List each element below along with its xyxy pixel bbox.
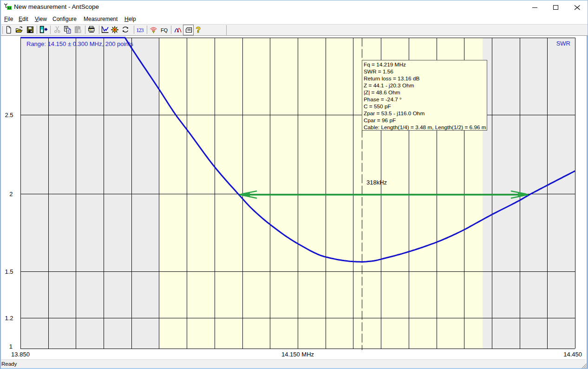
svg-text:SWR: SWR bbox=[556, 40, 570, 47]
svg-text:Cable: Length(1/4) = 3.48 m, L: Cable: Length(1/4) = 3.48 m, Length(1/2)… bbox=[364, 124, 486, 131]
svg-text:Return loss = 13.16 dB: Return loss = 13.16 dB bbox=[364, 75, 419, 82]
svg-text:1.5: 1.5 bbox=[5, 268, 13, 275]
svg-text:1: 1 bbox=[9, 343, 13, 350]
svg-text:|Z| = 48.6 Ohm: |Z| = 48.6 Ohm bbox=[364, 89, 400, 96]
svg-text:318kHz: 318kHz bbox=[366, 179, 387, 186]
svg-text:Fq = 14.219 MHz: Fq = 14.219 MHz bbox=[364, 61, 406, 68]
svg-text:2.5: 2.5 bbox=[5, 112, 13, 119]
svg-text:Cpar = 96 pF: Cpar = 96 pF bbox=[364, 117, 396, 124]
svg-text:123: 123 bbox=[136, 26, 144, 33]
svg-text:14.450: 14.450 bbox=[563, 351, 582, 358]
svg-text:14.150 MHz: 14.150 MHz bbox=[281, 351, 314, 358]
svg-text:Phase = -24.7 °: Phase = -24.7 ° bbox=[364, 96, 402, 103]
svg-text:C = 550 pF: C = 550 pF bbox=[364, 103, 391, 110]
svg-text:2: 2 bbox=[9, 191, 13, 198]
svg-text:Range: 14.150 ± 0.300 MHz, 200: Range: 14.150 ± 0.300 MHz, 200 points bbox=[26, 40, 133, 47]
svg-text:1.2: 1.2 bbox=[5, 315, 13, 322]
svg-text:13.850: 13.850 bbox=[11, 351, 30, 358]
svg-text:?: ? bbox=[196, 26, 201, 34]
svg-text:FQ: FQ bbox=[161, 27, 168, 33]
svg-text:Zpar = 53.5 - j116.0 Ohm: Zpar = 53.5 - j116.0 Ohm bbox=[364, 110, 425, 117]
svg-text:SWR = 1.56: SWR = 1.56 bbox=[364, 68, 393, 75]
svg-text:Z = 44.1 - j20.3 Ohm: Z = 44.1 - j20.3 Ohm bbox=[364, 82, 414, 89]
